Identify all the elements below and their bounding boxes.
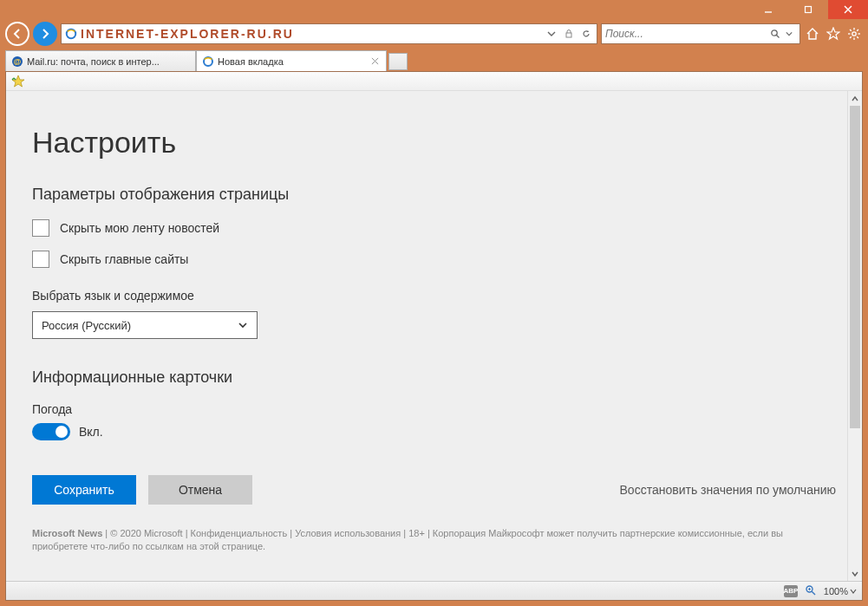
hide-topsites-label: Скрыть главные сайты — [60, 252, 188, 266]
button-row: Сохранить Отмена Восстановить значения п… — [32, 475, 836, 505]
lock-icon — [562, 27, 576, 41]
zoom-icon[interactable] — [805, 584, 817, 598]
weather-toggle-row: Вкл. — [32, 423, 836, 440]
display-section-heading: Параметры отображения страницы — [32, 186, 836, 204]
scroll-thumb[interactable] — [850, 106, 860, 428]
chevron-down-icon — [850, 588, 857, 595]
hide-topsites-row: Скрыть главные сайты — [32, 251, 836, 268]
address-url: INTERNET-EXPLORER-RU.RU — [81, 27, 541, 41]
hide-feed-label: Скрыть мою ленту новостей — [60, 221, 219, 235]
search-dropdown-icon[interactable] — [782, 27, 796, 41]
language-select[interactable]: Россия (Русский) — [32, 311, 258, 339]
svg-line-23 — [812, 591, 815, 595]
footer-privacy-link[interactable]: Конфиденциальность — [191, 528, 288, 538]
svg-line-15 — [857, 29, 858, 31]
home-icon[interactable] — [804, 25, 821, 42]
favorites-bar — [6, 72, 862, 91]
ie-icon — [65, 28, 77, 40]
minimize-button[interactable] — [748, 0, 788, 19]
svg-point-8 — [852, 32, 856, 36]
window-titlebar — [0, 0, 868, 19]
page-title: Настроить — [32, 126, 836, 160]
status-bar: ABP 100% — [6, 581, 862, 600]
tab-label: Mail.ru: почта, поиск в интер... — [27, 56, 190, 67]
save-button[interactable]: Сохранить — [32, 475, 136, 505]
footer-note: Microsoft News | © 2020 Microsoft | Конф… — [32, 527, 836, 554]
add-favorite-icon[interactable] — [11, 75, 25, 88]
back-button[interactable] — [5, 22, 29, 46]
search-box[interactable] — [601, 23, 800, 44]
scroll-up-icon[interactable] — [848, 91, 862, 106]
cards-section-heading: Информационные карточки — [32, 368, 836, 387]
scroll-track[interactable] — [848, 106, 862, 566]
weather-toggle[interactable] — [32, 423, 70, 440]
zoom-level[interactable]: 100% — [824, 586, 857, 596]
footer-terms-link[interactable]: Условия использования — [295, 528, 401, 538]
search-icon[interactable] — [768, 27, 782, 41]
hide-feed-checkbox[interactable] — [32, 219, 49, 237]
tab-mailru[interactable]: @ Mail.ru: почта, поиск в интер... — [5, 50, 196, 71]
ie-favicon-icon — [202, 55, 214, 68]
toggle-knob — [55, 426, 68, 438]
svg-line-16 — [850, 36, 852, 38]
refresh-icon[interactable] — [579, 27, 593, 41]
footer-age: 18+ — [408, 528, 425, 538]
svg-line-7 — [777, 36, 780, 38]
svg-text:@: @ — [14, 57, 22, 66]
vertical-scrollbar[interactable] — [847, 91, 862, 581]
search-input[interactable] — [605, 28, 768, 40]
arrow-left-icon — [11, 28, 23, 40]
svg-line-13 — [850, 29, 852, 31]
favorites-star-icon[interactable] — [825, 25, 842, 42]
language-value: Россия (Русский) — [42, 319, 131, 332]
close-button[interactable] — [828, 0, 868, 19]
tab-close-icon[interactable] — [369, 55, 381, 68]
forward-button[interactable] — [33, 22, 57, 46]
maximize-icon — [804, 5, 813, 14]
svg-line-14 — [857, 36, 858, 38]
hide-feed-row: Скрыть мою ленту новостей — [32, 219, 836, 237]
hide-topsites-checkbox[interactable] — [32, 251, 49, 268]
tab-strip: @ Mail.ru: почта, поиск в интер... Новая… — [0, 49, 868, 71]
chevron-down-icon — [238, 320, 248, 330]
scroll-down-icon[interactable] — [848, 566, 862, 581]
toggle-state-label: Вкл. — [79, 425, 103, 439]
page-viewport: Настроить Параметры отображения страницы… — [6, 91, 862, 581]
footer-brand: Microsoft News — [32, 528, 102, 538]
zoom-value: 100% — [824, 586, 848, 596]
cancel-button[interactable]: Отмена — [148, 475, 252, 505]
address-bar[interactable]: INTERNET-EXPLORER-RU.RU — [61, 23, 597, 44]
restore-defaults-link[interactable]: Восстановить значения по умолчанию — [620, 483, 836, 497]
svg-rect-1 — [806, 7, 812, 13]
browser-toolbar: INTERNET-EXPLORER-RU.RU — [0, 19, 868, 49]
language-label: Выбрать язык и содержимое — [32, 289, 836, 303]
dropdown-icon[interactable] — [545, 27, 558, 41]
maximize-button[interactable] — [788, 0, 828, 19]
tab-label: Новая вкладка — [218, 56, 365, 67]
weather-label: Погода — [32, 402, 836, 416]
tools-gear-icon[interactable] — [845, 25, 863, 42]
minimize-icon — [764, 5, 773, 14]
footer-copyright: | © 2020 Microsoft | — [102, 528, 190, 538]
content-frame: Настроить Параметры отображения страницы… — [5, 71, 863, 601]
new-tab-button[interactable] — [388, 53, 408, 70]
close-icon — [844, 5, 852, 14]
arrow-right-icon — [39, 28, 51, 40]
svg-rect-5 — [566, 33, 571, 37]
tab-newtab[interactable]: Новая вкладка — [196, 50, 387, 71]
settings-page: Настроить Параметры отображения страницы… — [6, 91, 862, 571]
svg-point-6 — [772, 30, 777, 36]
abp-badge[interactable]: ABP — [784, 585, 798, 597]
mailru-favicon-icon: @ — [11, 55, 23, 68]
